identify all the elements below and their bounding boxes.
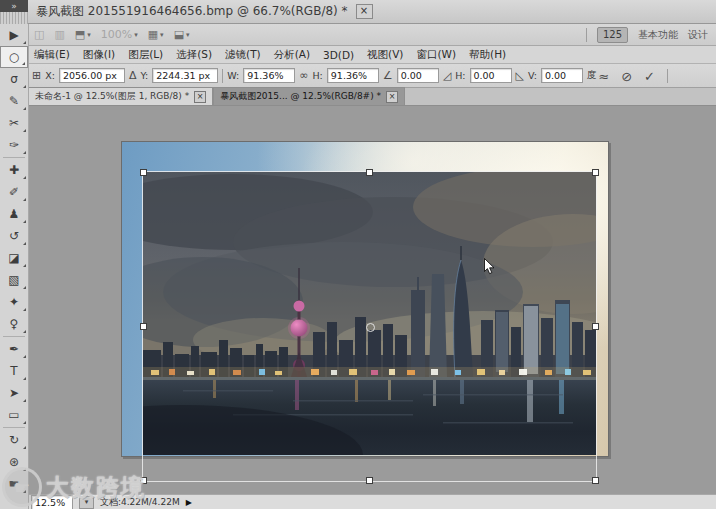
- y-position-input[interactable]: 2244.31 px: [152, 68, 218, 83]
- quick-selection-tool-icon: ✎: [9, 94, 19, 108]
- toolbox: ▶ ○ σ ✎ ✂ ✑ ✚ ✐ ♟ ↺ ◪ ▧ ✦ ♀ ✒ T ➤ ▭ ↻ ⊛ …: [0, 24, 29, 509]
- cs-live-button[interactable]: 125: [597, 27, 628, 43]
- collapse-panels-icon[interactable]: »: [0, 0, 28, 12]
- document-title-bar: » 暴风截图 201551916464656.bmp @ 66.7%(RGB/8…: [0, 0, 716, 24]
- menu-image[interactable]: 图像(I): [83, 48, 115, 62]
- y-label: Y:: [140, 70, 148, 81]
- document-tab-bar: 未命名-1 @ 12.5%(图层 1, RGB/8) * × 暴风截图2015.…: [0, 88, 716, 106]
- tool-crop[interactable]: ✂: [0, 112, 28, 134]
- toolbox-divider: [3, 157, 25, 158]
- width-scale-input[interactable]: 91.36%: [243, 68, 295, 83]
- skew-icon: ◿: [443, 69, 451, 82]
- 3d-rotate-tool-icon: ↻: [9, 433, 19, 447]
- tool-pen[interactable]: ✒: [0, 338, 28, 360]
- menu-analysis[interactable]: 分析(A): [274, 48, 310, 62]
- launch-icon: ⬒: [75, 28, 85, 41]
- tool-eraser[interactable]: ◪: [0, 247, 28, 269]
- view-extras-icon[interactable]: ▥: [54, 28, 64, 41]
- commit-transform-icon[interactable]: ✓: [644, 69, 655, 84]
- transform-handle-bottom-right[interactable]: [592, 477, 599, 484]
- warp-mode-icon[interactable]: ≈: [598, 69, 609, 84]
- zoom-level-button[interactable]: 100% ▾: [101, 28, 138, 41]
- menu-edit[interactable]: 编辑(E): [34, 48, 70, 62]
- height-scale-input[interactable]: 91.36%: [327, 68, 379, 83]
- tab-close-icon[interactable]: ×: [386, 91, 398, 103]
- menu-help[interactable]: 帮助(H): [469, 48, 506, 62]
- tool-elliptical-marquee[interactable]: ○: [0, 46, 28, 68]
- shanghai-skyline-photo: [143, 172, 596, 455]
- mouse-cursor: [484, 258, 496, 275]
- tab-label: 暴风截图2015... @ 12.5%(RGB/8#) *: [220, 90, 381, 103]
- chevron-down-icon: ▾: [87, 31, 91, 39]
- menu-layer[interactable]: 图层(L): [128, 48, 163, 62]
- toolbox-divider: [3, 336, 25, 337]
- transform-handle-bottom-center[interactable]: [366, 477, 373, 484]
- tool-brush[interactable]: ✐: [0, 181, 28, 203]
- bridge-icon[interactable]: ◫: [34, 28, 44, 41]
- height-label: H:: [312, 70, 322, 81]
- move-tool-icon: ▶: [9, 28, 18, 42]
- document-tab-untitled[interactable]: 未命名-1 @ 12.5%(图层 1, RGB/8) * ×: [28, 87, 213, 105]
- rectangle-tool-icon: ▭: [8, 408, 19, 422]
- toolbox-grip[interactable]: [0, 12, 28, 24]
- skew-v-input[interactable]: 0.00: [541, 68, 583, 83]
- x-label: X:: [45, 70, 55, 81]
- menu-window[interactable]: 窗口(W): [416, 48, 456, 62]
- screen-mode-button[interactable]: ⬓ ▾: [174, 28, 190, 41]
- tool-gradient[interactable]: ▧: [0, 269, 28, 291]
- skew-h-input[interactable]: 0.00: [470, 68, 512, 83]
- arrange-documents-button[interactable]: ▦ ▾: [148, 28, 164, 41]
- skew-icon-2: ◺: [516, 69, 524, 82]
- tool-type[interactable]: T: [0, 360, 28, 382]
- pasteboard: [28, 106, 716, 495]
- screen-mode-icon: ⬓: [174, 28, 184, 41]
- lasso-tool-icon: σ: [10, 72, 18, 86]
- tool-path-selection[interactable]: ➤: [0, 382, 28, 404]
- transform-layer-image[interactable]: [143, 172, 596, 455]
- link-dimensions-icon[interactable]: ∞: [299, 69, 308, 82]
- toolbox-divider: [3, 427, 25, 428]
- tool-clone-stamp[interactable]: ♟: [0, 203, 28, 225]
- transform-commit-group: ≈ ⊘ ✓: [598, 64, 668, 88]
- history-brush-tool-icon: ↺: [9, 229, 19, 243]
- rotate-icon: ∠: [383, 69, 393, 82]
- divider: [222, 69, 223, 83]
- watermark: ☛ 大数跨境: [2, 467, 146, 507]
- tool-rectangle[interactable]: ▭: [0, 404, 28, 426]
- close-document-button[interactable]: ×: [356, 4, 373, 19]
- type-tool-icon: T: [10, 364, 17, 378]
- workspace-design-button[interactable]: 设计: [688, 28, 708, 42]
- tool-lasso[interactable]: σ: [0, 68, 28, 90]
- tool-move[interactable]: ▶: [0, 24, 28, 46]
- menu-select[interactable]: 选择(S): [176, 48, 212, 62]
- document-title: 暴风截图 201551916464656.bmp @ 66.7%(RGB/8) …: [36, 3, 348, 20]
- tool-blur[interactable]: ✦: [0, 291, 28, 313]
- path-selection-tool-icon: ➤: [9, 386, 19, 400]
- x-position-input[interactable]: 2056.00 px: [59, 68, 125, 83]
- tool-history-brush[interactable]: ↺: [0, 225, 28, 247]
- menu-filter[interactable]: 滤镜(T): [225, 48, 261, 62]
- tool-quick-selection[interactable]: ✎: [0, 90, 28, 112]
- reference-point-icon[interactable]: ⊞: [32, 69, 41, 82]
- rotate-angle-input[interactable]: 0.00: [397, 68, 439, 83]
- status-expand-icon[interactable]: ▶: [186, 498, 192, 507]
- degree-label: 度: [587, 69, 597, 82]
- skew-v-label: V:: [528, 70, 537, 81]
- tab-close-icon[interactable]: ×: [194, 91, 206, 103]
- divider: [586, 28, 587, 42]
- tool-dodge[interactable]: ♀: [0, 313, 28, 335]
- relative-position-icon[interactable]: Δ: [129, 69, 137, 82]
- cancel-transform-icon[interactable]: ⊘: [621, 69, 632, 84]
- healing-brush-tool-icon: ✚: [9, 163, 19, 177]
- workspace-essentials-button[interactable]: 基本功能: [638, 28, 678, 42]
- menu-view[interactable]: 视图(V): [367, 48, 403, 62]
- document-tab-screenshot[interactable]: 暴风截图2015... @ 12.5%(RGB/8#) * ×: [213, 87, 405, 105]
- skew-h-label: H:: [455, 70, 465, 81]
- launch-button[interactable]: ⬒ ▾: [75, 28, 91, 41]
- tool-spot-healing-brush[interactable]: ✚: [0, 159, 28, 181]
- tool-3d-rotate[interactable]: ↻: [0, 429, 28, 451]
- eraser-tool-icon: ◪: [8, 251, 19, 265]
- tool-eyedropper[interactable]: ✑: [0, 134, 28, 156]
- menu-3d[interactable]: 3D(D): [323, 49, 354, 61]
- transform-reference-point[interactable]: [366, 323, 375, 332]
